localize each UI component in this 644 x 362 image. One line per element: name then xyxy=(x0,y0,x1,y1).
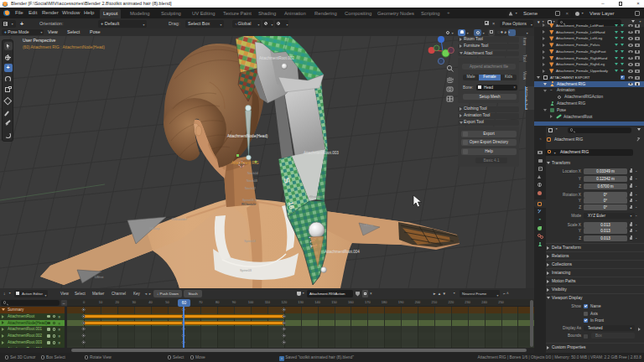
svg-text:Spine03: Spine03 xyxy=(240,269,252,272)
svg-text:AttachmentRoot.003: AttachmentRoot.003 xyxy=(304,151,339,155)
svg-text:LWrist: LWrist xyxy=(95,276,104,279)
svg-text:Neck03: Neck03 xyxy=(247,179,257,183)
svg-text:Neck04: Neck04 xyxy=(247,172,258,175)
svg-text:rShoulder: rShoulder xyxy=(309,195,323,199)
svg-text:LBicep: LBicep xyxy=(364,224,374,227)
svg-text:Spine04: Spine04 xyxy=(244,240,256,243)
svg-text:(60) Attachment RIG : Attachme: (60) Attachment RIG : AttachmentNode(Hea… xyxy=(23,45,105,49)
svg-text:Spine01.1: Spine01.1 xyxy=(242,199,257,202)
svg-text:Neck02: Neck02 xyxy=(245,187,256,190)
svg-text:User Perspective: User Perspective xyxy=(23,38,56,43)
svg-text:RClavicle: RClavicle xyxy=(242,203,256,206)
svg-text:AttachmentRoot.004: AttachmentRoot.004 xyxy=(325,250,360,254)
svg-text:AttachmentNode(Head): AttachmentNode(Head) xyxy=(227,134,268,138)
svg-text:RBicep: RBicep xyxy=(149,227,159,230)
svg-text:AttachmentRoot.002: AttachmentRoot.002 xyxy=(259,56,294,60)
svg-text:Attachment RIG: Attachment RIG xyxy=(231,161,259,165)
svg-text:RShoulder: RShoulder xyxy=(172,218,188,221)
